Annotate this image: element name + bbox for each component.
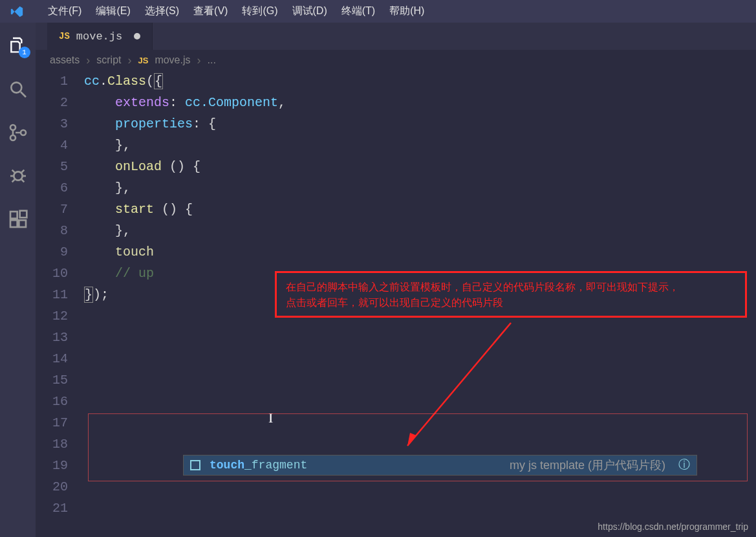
- annotation-line: 点击或者回车，就可以出现自己定义的代码片段: [286, 295, 736, 311]
- main-area: 1 JS move.js assets › script › JS: [0, 23, 756, 537]
- suggest-item-label[interactable]: touch_fragment: [210, 455, 307, 476]
- menu-edit[interactable]: 编辑(E): [96, 5, 130, 18]
- menu-debug[interactable]: 调试(D): [292, 5, 327, 18]
- line-number-gutter: 123 456 789 101112 131415 161718 192021: [36, 71, 84, 537]
- svg-line-8: [12, 170, 14, 173]
- code-editor[interactable]: 123 456 789 101112 131415 161718 192021 …: [36, 71, 756, 537]
- menu-terminal[interactable]: 终端(T): [341, 5, 375, 18]
- svg-line-10: [12, 179, 14, 182]
- svg-point-2: [10, 125, 16, 130]
- annotation-callout: 在自己的脚本中输入之前设置模板时，自己定义的代码片段名称，即可出现如下提示， 点…: [275, 271, 747, 318]
- svg-point-3: [10, 135, 16, 140]
- source-control-icon[interactable]: [8, 122, 28, 143]
- svg-rect-13: [10, 220, 17, 227]
- text-cursor-icon: I: [268, 407, 273, 428]
- explorer-icon[interactable]: 1: [8, 36, 28, 56]
- svg-point-5: [14, 171, 22, 180]
- menu-file[interactable]: 文件(F): [48, 5, 81, 18]
- watermark: https://blog.csdn.net/programmer_trip: [598, 521, 748, 532]
- tab-label: move.js: [76, 30, 122, 43]
- js-file-icon: JS: [138, 56, 148, 65]
- menubar: 文件(F) 编辑(E) 选择(S) 查看(V) 转到(G) 调试(D) 终端(T…: [0, 0, 756, 23]
- svg-rect-15: [19, 211, 27, 218]
- info-icon[interactable]: ⓘ: [678, 455, 690, 476]
- menu-select[interactable]: 选择(S): [145, 5, 179, 18]
- svg-line-16: [407, 323, 511, 446]
- search-icon[interactable]: [8, 79, 28, 100]
- extensions-icon[interactable]: [8, 209, 28, 230]
- svg-line-1: [21, 92, 26, 97]
- explorer-badge: 1: [19, 47, 30, 58]
- breadcrumb-seg-script[interactable]: script: [96, 54, 121, 66]
- editor-area: JS move.js assets › script › JS move.js …: [36, 23, 756, 537]
- suggest-widget[interactable]: touch_fragment my js template (用户代码片段) ⓘ: [183, 455, 697, 476]
- svg-line-9: [21, 170, 24, 173]
- svg-rect-12: [10, 212, 17, 219]
- menu-view[interactable]: 查看(V): [193, 5, 228, 18]
- dirty-indicator-icon: [134, 33, 140, 39]
- svg-point-4: [21, 130, 26, 135]
- tab-move-js[interactable]: JS move.js: [47, 23, 153, 50]
- chevron-right-icon: ›: [86, 54, 90, 67]
- svg-point-0: [11, 82, 21, 93]
- tab-bar: JS move.js: [36, 23, 756, 50]
- chevron-right-icon: ›: [127, 54, 131, 67]
- snippet-icon: [190, 460, 200, 470]
- svg-line-11: [21, 179, 24, 182]
- js-file-icon: JS: [59, 31, 70, 41]
- breadcrumb[interactable]: assets › script › JS move.js › ...: [36, 50, 756, 71]
- svg-marker-17: [407, 433, 416, 446]
- code-content[interactable]: cc.Class({ extends: cc.Component, proper…: [84, 71, 756, 537]
- arrow-annotation-icon: [394, 316, 524, 459]
- breadcrumb-seg-assets[interactable]: assets: [50, 54, 80, 66]
- suggest-item-detail: my js template (用户代码片段): [510, 455, 665, 476]
- menu-help[interactable]: 帮助(H): [389, 5, 424, 18]
- svg-rect-14: [19, 220, 26, 227]
- menu-goto[interactable]: 转到(G): [242, 5, 277, 18]
- activity-bar: 1: [0, 23, 36, 537]
- debug-icon[interactable]: [8, 166, 28, 186]
- breadcrumb-ellipsis[interactable]: ...: [208, 54, 216, 66]
- annotation-line: 在自己的脚本中输入之前设置模板时，自己定义的代码片段名称，即可出现如下提示，: [286, 279, 736, 295]
- chevron-right-icon: ›: [197, 54, 201, 67]
- breadcrumb-seg-file[interactable]: move.js: [155, 54, 190, 66]
- vscode-logo-icon: [10, 5, 24, 19]
